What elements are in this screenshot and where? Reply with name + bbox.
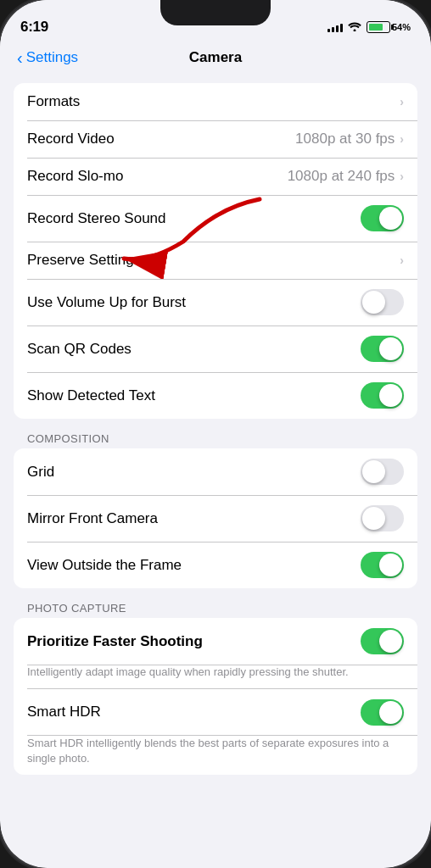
record-video-row[interactable]: Record Video 1080p at 30 fps › <box>14 120 417 158</box>
screen: 6:19 <box>0 0 431 868</box>
use-volume-up-burst-label: Use Volume Up for Burst <box>27 294 186 311</box>
mirror-front-camera-label: Mirror Front Camera <box>27 510 158 527</box>
formats-row[interactable]: Formats › <box>14 83 417 120</box>
wifi-icon <box>348 21 361 34</box>
show-detected-text-toggle[interactable] <box>361 382 404 409</box>
use-volume-up-burst-toggle[interactable] <box>361 289 404 315</box>
preserve-settings-row[interactable]: Preserve Settings › <box>14 242 417 279</box>
signal-icon <box>327 22 343 32</box>
record-video-chevron-icon: › <box>400 132 404 146</box>
view-outside-frame-toggle[interactable] <box>361 552 404 578</box>
smart-hdr-row[interactable]: Smart HDR <box>14 689 417 736</box>
record-video-label: Record Video <box>27 131 115 147</box>
prioritize-faster-shooting-section: Prioritize Faster Shooting Intelligently… <box>14 618 417 689</box>
use-volume-up-burst-row[interactable]: Use Volume Up for Burst <box>14 279 417 326</box>
scan-qr-codes-label: Scan QR Codes <box>27 341 132 358</box>
notch <box>160 0 271 25</box>
back-label: Settings <box>26 49 78 66</box>
photo-capture-section-label: PHOTO CAPTURE <box>0 595 431 618</box>
record-stereo-sound-label: Record Stereo Sound <box>27 210 166 227</box>
main-settings-group: Formats › Record Video 1080p at 30 fps ›… <box>14 83 417 419</box>
scan-qr-codes-row[interactable]: Scan QR Codes <box>14 326 417 372</box>
prioritize-faster-shooting-description: Intelligently adapt image quality when r… <box>14 665 417 688</box>
mirror-front-camera-row[interactable]: Mirror Front Camera <box>14 495 417 542</box>
record-stereo-sound-toggle[interactable] <box>361 205 404 231</box>
prioritize-faster-shooting-toggle[interactable] <box>361 628 404 654</box>
phone-frame: 6:19 <box>0 0 431 868</box>
status-time: 6:19 <box>20 19 48 36</box>
smart-hdr-label: Smart HDR <box>27 704 101 721</box>
grid-row[interactable]: Grid <box>14 448 417 495</box>
record-slo-mo-row[interactable]: Record Slo-mo 1080p at 240 fps › <box>14 158 417 195</box>
record-slo-mo-value: 1080p at 240 fps <box>288 168 395 185</box>
prioritize-faster-shooting-label: Prioritize Faster Shooting <box>27 633 203 650</box>
preserve-settings-chevron-icon: › <box>400 253 404 267</box>
status-icons: 54% <box>327 21 411 34</box>
back-button[interactable]: ‹ Settings <box>17 49 78 66</box>
grid-toggle[interactable] <box>361 459 404 485</box>
composition-settings-group: Grid Mirror Front Camera View Outside th… <box>14 448 417 588</box>
prioritize-faster-shooting-row[interactable]: Prioritize Faster Shooting <box>14 618 417 665</box>
back-chevron-icon: ‹ <box>17 49 23 66</box>
formats-label: Formats <box>27 93 80 110</box>
mirror-front-camera-toggle[interactable] <box>361 505 404 531</box>
formats-chevron-icon: › <box>400 95 404 108</box>
page-title: Camera <box>189 49 242 66</box>
record-stereo-sound-row[interactable]: Record Stereo Sound <box>14 195 417 242</box>
view-outside-frame-row[interactable]: View Outside the Frame <box>14 542 417 588</box>
smart-hdr-toggle[interactable] <box>361 699 404 726</box>
smart-hdr-description: Smart HDR intelligently blends the best … <box>14 736 417 775</box>
record-slo-mo-label: Record Slo-mo <box>27 168 123 185</box>
scan-qr-codes-toggle[interactable] <box>361 336 404 362</box>
preserve-settings-label: Preserve Settings <box>27 252 141 269</box>
nav-bar: ‹ Settings Camera <box>0 42 431 76</box>
grid-label: Grid <box>27 464 54 481</box>
composition-section-label: COMPOSITION <box>0 426 431 448</box>
photo-capture-settings-group: Prioritize Faster Shooting Intelligently… <box>14 618 417 775</box>
battery-percent: 54% <box>392 22 411 32</box>
battery-indicator: 54% <box>367 21 411 33</box>
show-detected-text-row[interactable]: Show Detected Text <box>14 372 417 419</box>
show-detected-text-label: Show Detected Text <box>27 387 155 404</box>
view-outside-frame-label: View Outside the Frame <box>27 557 182 574</box>
content-area: Formats › Record Video 1080p at 30 fps ›… <box>0 76 431 868</box>
smart-hdr-section: Smart HDR Smart HDR intelligently blends… <box>14 689 417 775</box>
record-video-value: 1080p at 30 fps <box>295 131 395 147</box>
record-slo-mo-chevron-icon: › <box>400 170 404 183</box>
